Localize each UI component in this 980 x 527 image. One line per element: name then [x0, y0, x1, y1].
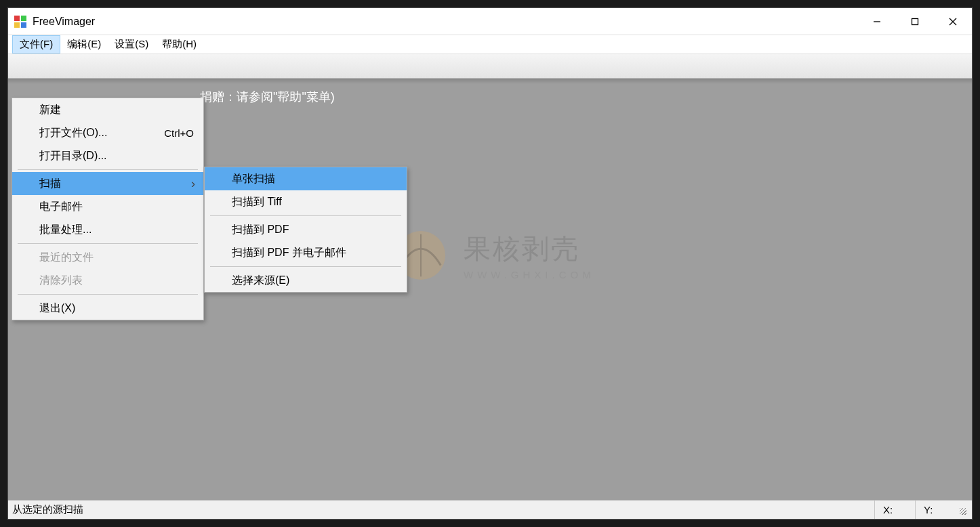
menu-file[interactable]: 文件(F)	[12, 35, 60, 54]
submenu-item-single-scan[interactable]: 单张扫描	[205, 167, 407, 190]
resize-grip[interactable]	[956, 504, 968, 516]
svg-rect-1	[21, 16, 26, 21]
menu-separator	[210, 266, 401, 267]
app-icon	[14, 15, 27, 28]
status-y: Y:	[915, 501, 956, 519]
window-controls	[858, 8, 972, 35]
status-text: 从选定的源扫描	[12, 503, 874, 516]
watermark: 果核剥壳 WWW.GHXI.COM	[394, 229, 595, 282]
watermark-url: WWW.GHXI.COM	[464, 269, 595, 280]
svg-rect-0	[14, 16, 20, 21]
menu-separator	[210, 215, 401, 216]
statusbar: 从选定的源扫描 X: Y:	[8, 500, 972, 519]
menu-separator	[18, 294, 198, 295]
menu-item-open-file[interactable]: 打开文件(O)...Ctrl+O	[12, 121, 203, 144]
menu-edit[interactable]: 编辑(E)	[60, 35, 108, 54]
window-title: FreeVimager	[33, 16, 858, 28]
svg-rect-5	[912, 19, 918, 25]
menu-item-scan[interactable]: 扫描	[12, 172, 203, 195]
menu-item-clear-list: 清除列表	[12, 269, 203, 292]
menu-separator	[18, 243, 198, 244]
scan-submenu: 单张扫描 扫描到 Tiff 扫描到 PDF 扫描到 PDF 并电子邮件 选择来源…	[204, 167, 407, 293]
submenu-item-select-source[interactable]: 选择来源(E)	[205, 269, 407, 292]
menu-item-exit[interactable]: 退出(X)	[12, 297, 203, 320]
menu-item-open-dir[interactable]: 打开目录(D)...	[12, 144, 203, 167]
donate-hint: 捐赠：请参阅"帮助"菜单)	[200, 89, 335, 105]
svg-rect-3	[21, 22, 26, 28]
app-window: FreeVimager 文件(F) 编辑(E) 设置(S) 帮助(H) 捐赠：请…	[7, 7, 973, 520]
menu-item-new[interactable]: 新建	[12, 98, 203, 121]
watermark-name: 果核剥壳	[464, 230, 595, 268]
submenu-item-scan-tiff[interactable]: 扫描到 Tiff	[205, 190, 407, 213]
menu-separator	[18, 169, 198, 170]
menu-settings[interactable]: 设置(S)	[108, 35, 155, 54]
minimize-button[interactable]	[858, 8, 896, 35]
maximize-button[interactable]	[896, 8, 934, 35]
close-button[interactable]	[934, 8, 972, 35]
status-x: X:	[874, 501, 915, 519]
submenu-item-scan-pdf-email[interactable]: 扫描到 PDF 并电子邮件	[205, 241, 407, 264]
toolbar	[8, 54, 972, 79]
menu-item-email[interactable]: 电子邮件	[12, 195, 203, 218]
titlebar: FreeVimager	[8, 8, 972, 35]
client-area: 捐赠：请参阅"帮助"菜单) 果核剥壳 WWW.GHXI.COM 新建 打开文件(…	[8, 79, 972, 500]
menu-item-recent: 最近的文件	[12, 246, 203, 269]
file-dropdown: 新建 打开文件(O)...Ctrl+O 打开目录(D)... 扫描 电子邮件 批…	[12, 98, 204, 320]
menu-item-batch[interactable]: 批量处理...	[12, 218, 203, 241]
submenu-item-scan-pdf[interactable]: 扫描到 PDF	[205, 218, 407, 241]
menu-help[interactable]: 帮助(H)	[155, 35, 203, 54]
svg-rect-2	[14, 22, 20, 28]
menubar: 文件(F) 编辑(E) 设置(S) 帮助(H)	[8, 35, 972, 54]
